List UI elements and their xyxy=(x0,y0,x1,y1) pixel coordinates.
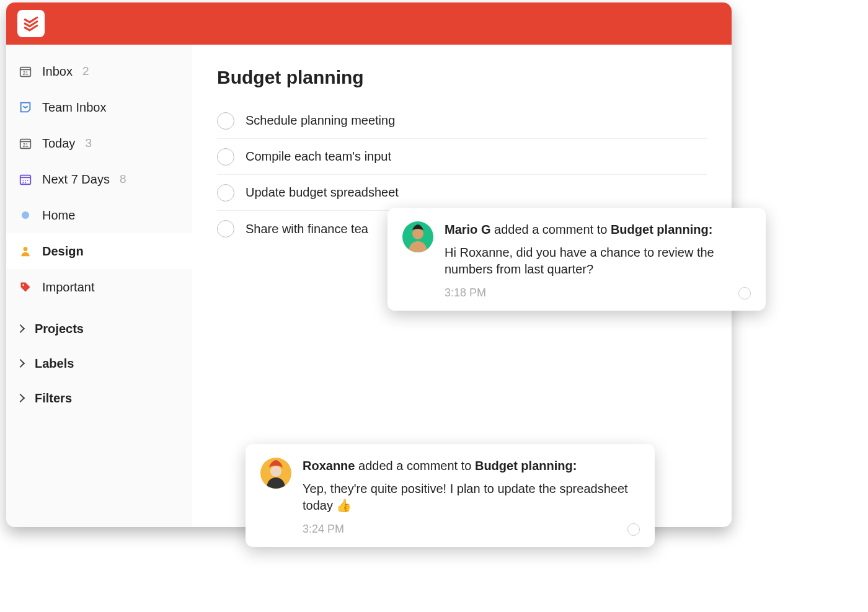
avatar xyxy=(260,458,291,489)
inbox-icon: 21 xyxy=(17,64,33,78)
dot-icon xyxy=(17,211,33,220)
task-checkbox[interactable] xyxy=(217,112,234,130)
sidebar-section-label: Labels xyxy=(35,357,74,371)
next7-icon xyxy=(17,172,33,186)
notification-verb: added a comment to xyxy=(358,459,471,472)
chevron-right-icon xyxy=(16,394,25,402)
sidebar-item-label: Inbox xyxy=(42,64,73,79)
notification-author: Roxanne xyxy=(303,459,355,472)
sidebar-section-label: Filters xyxy=(35,391,72,406)
sidebar-section-projects[interactable]: Projects xyxy=(6,311,192,346)
notification-verb: added a comment to xyxy=(494,223,607,236)
notification-time: 3:18 PM xyxy=(445,286,486,299)
notification-body: Yep, they're quite positive! I plan to u… xyxy=(303,481,640,514)
project-title: Budget planning xyxy=(217,67,707,88)
svg-point-12 xyxy=(25,182,26,184)
todoist-logo-icon xyxy=(23,16,39,32)
svg-point-9 xyxy=(25,180,26,181)
sidebar-item-label: Design xyxy=(42,244,84,259)
task-label: Update budget spreadsheet xyxy=(246,185,399,200)
avatar-person-icon xyxy=(402,221,433,252)
sidebar-item-next7[interactable]: Next 7 Days 8 xyxy=(6,161,192,197)
notification-body: Hi Roxanne, did you have a chance to rev… xyxy=(445,244,751,278)
sidebar: 21 Inbox 2 Team Inbox 21 Today 3 xyxy=(6,45,192,527)
task-label: Compile each team's input xyxy=(246,149,391,164)
svg-text:21: 21 xyxy=(22,143,29,148)
notification-content: Mario G added a comment to Budget planni… xyxy=(445,221,751,299)
task-row[interactable]: Schedule planning meeting xyxy=(217,103,707,139)
tag-icon xyxy=(17,281,33,293)
notification-headline: Roxanne added a comment to Budget planni… xyxy=(303,458,640,474)
task-checkbox[interactable] xyxy=(217,184,234,202)
notification-card[interactable]: Mario G added a comment to Budget planni… xyxy=(388,208,766,311)
sidebar-item-home[interactable]: Home xyxy=(6,197,192,233)
sidebar-item-label: Today xyxy=(42,136,75,151)
sidebar-item-design[interactable]: Design xyxy=(6,233,192,269)
task-checkbox[interactable] xyxy=(217,148,234,166)
team-inbox-icon xyxy=(17,100,33,114)
avatar xyxy=(402,221,433,252)
notification-time: 3:24 PM xyxy=(303,523,344,536)
sidebar-section-labels[interactable]: Labels xyxy=(6,346,192,381)
svg-point-10 xyxy=(27,180,29,181)
svg-point-14 xyxy=(24,247,28,251)
notification-target: Budget planning: xyxy=(475,459,577,472)
svg-point-17 xyxy=(270,466,281,477)
chevron-right-icon xyxy=(16,359,25,368)
svg-point-15 xyxy=(22,284,24,286)
today-icon: 21 xyxy=(17,136,33,150)
task-label: Schedule planning meeting xyxy=(246,113,395,128)
sidebar-item-team-inbox[interactable]: Team Inbox xyxy=(6,89,192,125)
notification-card[interactable]: Roxanne added a comment to Budget planni… xyxy=(246,444,655,547)
sidebar-item-today[interactable]: 21 Today 3 xyxy=(6,125,192,161)
person-icon xyxy=(17,245,33,257)
notification-target: Budget planning: xyxy=(611,223,712,236)
notification-content: Roxanne added a comment to Budget planni… xyxy=(303,458,640,536)
sidebar-item-label: Home xyxy=(42,208,75,223)
app-logo[interactable] xyxy=(17,10,45,37)
read-indicator[interactable] xyxy=(627,523,640,536)
avatar-person-icon xyxy=(260,458,291,489)
chevron-right-icon xyxy=(16,324,25,333)
svg-point-13 xyxy=(22,211,29,219)
svg-point-11 xyxy=(22,182,24,184)
task-label: Share with finance tea xyxy=(246,222,368,236)
sidebar-item-label: Important xyxy=(42,280,94,295)
svg-point-8 xyxy=(22,180,24,181)
notification-author: Mario G xyxy=(445,223,490,236)
svg-point-16 xyxy=(412,228,423,239)
app-header xyxy=(6,2,732,45)
sidebar-item-count: 3 xyxy=(85,136,92,150)
sidebar-item-label: Next 7 Days xyxy=(42,172,110,187)
sidebar-item-inbox[interactable]: 21 Inbox 2 xyxy=(6,53,192,89)
task-row[interactable]: Update budget spreadsheet xyxy=(217,175,707,211)
task-row[interactable]: Compile each team's input xyxy=(217,139,707,175)
sidebar-item-important[interactable]: Important xyxy=(6,269,192,305)
sidebar-item-count: 8 xyxy=(120,172,126,186)
svg-text:21: 21 xyxy=(22,71,29,76)
sidebar-section-label: Projects xyxy=(35,322,84,336)
read-indicator[interactable] xyxy=(738,287,751,299)
sidebar-item-label: Team Inbox xyxy=(42,100,106,115)
notification-headline: Mario G added a comment to Budget planni… xyxy=(445,221,751,238)
sidebar-section-filters[interactable]: Filters xyxy=(6,381,192,415)
task-checkbox[interactable] xyxy=(217,220,234,237)
sidebar-item-count: 2 xyxy=(82,64,89,78)
